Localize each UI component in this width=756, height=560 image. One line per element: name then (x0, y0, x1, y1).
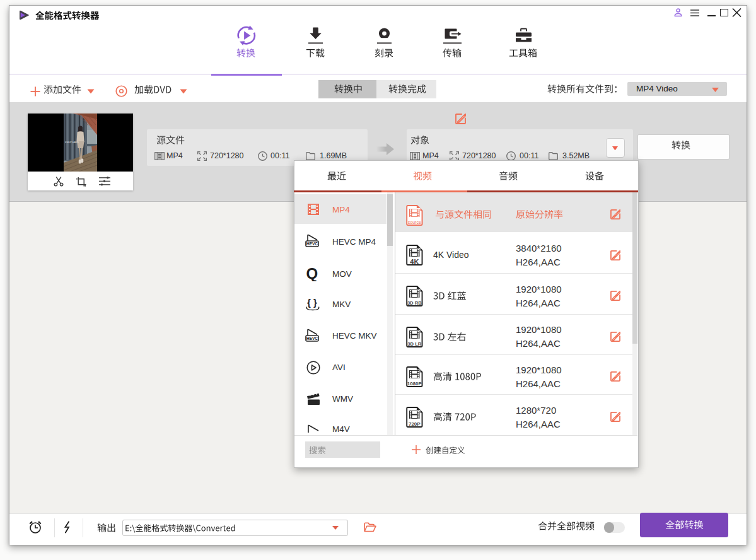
svg-text:720P: 720P (409, 421, 421, 427)
svg-text:1080P: 1080P (407, 381, 422, 387)
svg-text:4K: 4K (410, 258, 419, 265)
svg-text:3D RB: 3D RB (407, 300, 422, 306)
svg-text:KEEP HAVE: KEEP HAVE (65, 141, 79, 144)
svg-text:HEVC: HEVC (306, 336, 318, 341)
svg-text:3D LR: 3D LR (407, 341, 421, 347)
svg-text:Q: Q (306, 265, 318, 281)
svg-text:HEVC: HEVC (306, 242, 318, 246)
svg-text:source: source (408, 220, 421, 225)
svg-text:{ }: { } (307, 297, 317, 308)
